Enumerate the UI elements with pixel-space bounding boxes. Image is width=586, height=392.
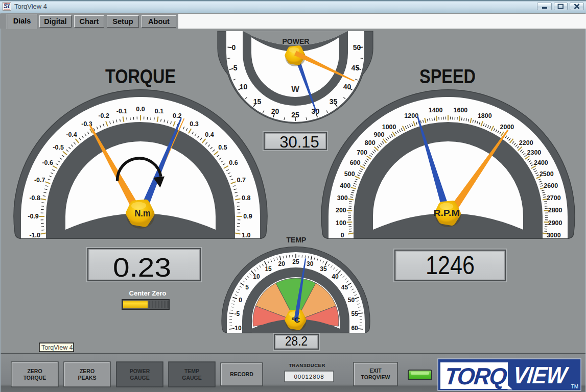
svg-text:Center Zero: Center Zero [129,289,167,297]
svg-text:15: 15 [265,265,272,273]
svg-text:ZERO: ZERO [80,368,95,374]
svg-text:2500: 2500 [540,170,554,178]
svg-text:0: 0 [341,232,344,239]
svg-text:45: 45 [341,284,348,291]
svg-text:2600: 2600 [544,182,558,189]
svg-text:400: 400 [340,182,350,189]
svg-text:20: 20 [278,260,286,267]
svg-text:5: 5 [245,284,249,291]
svg-text:-5: -5 [234,310,240,317]
svg-text:5: 5 [233,64,238,72]
svg-text:-0.5: -0.5 [53,144,64,151]
svg-text:0.7: 0.7 [237,177,246,184]
svg-text:0.1: 0.1 [155,108,163,115]
svg-text:-1.0: -1.0 [29,232,40,239]
svg-text:EXIT: EXIT [369,368,382,374]
svg-text:0.2: 0.2 [173,112,181,119]
svg-text:SPEED: SPEED [419,65,476,87]
svg-text:10: 10 [240,83,248,91]
svg-text:35: 35 [330,97,338,106]
svg-text:800: 800 [365,139,376,146]
svg-text:100: 100 [336,219,346,227]
svg-text:2300: 2300 [527,149,541,156]
svg-text:-10: -10 [232,325,242,332]
svg-text:25: 25 [291,111,299,119]
svg-text:1400: 1400 [429,107,443,114]
svg-text:TEMP: TEMP [184,368,199,374]
svg-text:TORQVIEW: TORQVIEW [361,374,390,380]
svg-text:0.8: 0.8 [242,194,250,202]
svg-text:30.15: 30.15 [279,133,319,151]
svg-text:0: 0 [239,297,242,304]
svg-text:0.6: 0.6 [229,159,238,166]
svg-text:0.3: 0.3 [190,120,198,128]
svg-text:1800: 1800 [478,112,492,119]
svg-text:TM: TM [571,384,578,389]
svg-text:28.2: 28.2 [285,334,308,348]
svg-text:2700: 2700 [547,194,561,202]
svg-text:1.0: 1.0 [242,232,250,239]
svg-text:2000: 2000 [500,124,514,131]
svg-text:GAUGE: GAUGE [182,375,202,381]
svg-text:0.0: 0.0 [136,106,145,113]
svg-text:POWER: POWER [130,368,150,374]
svg-text:VIEW: VIEW [512,362,570,388]
svg-text:TORQ: TORQ [443,363,509,389]
svg-text:900: 900 [374,131,385,138]
svg-text:50: 50 [348,297,355,304]
svg-text:00012808: 00012808 [294,374,324,380]
svg-text:15: 15 [253,97,262,106]
svg-text:-0.2: -0.2 [98,112,109,119]
svg-text:-0.1: -0.1 [116,108,128,115]
svg-text:1246: 1246 [426,251,475,280]
svg-text:3000: 3000 [547,232,561,239]
svg-text:20: 20 [271,107,279,115]
svg-text:500: 500 [344,170,355,178]
svg-text:TORQUE: TORQUE [105,65,176,87]
svg-text:60: 60 [351,325,358,332]
svg-text:25: 25 [292,258,299,265]
svg-text:2900: 2900 [548,219,562,227]
svg-text:10: 10 [253,273,260,280]
svg-text:30: 30 [307,260,314,267]
svg-text:TorqView 4: TorqView 4 [41,344,73,351]
svg-text:2200: 2200 [519,139,533,146]
svg-text:35: 35 [320,265,327,273]
svg-text:PEAKS: PEAKS [78,375,96,381]
svg-text:-0.9: -0.9 [28,213,39,220]
svg-text:GAUGE: GAUGE [130,375,150,381]
svg-text:ZERO: ZERO [27,368,42,374]
svg-text:-0.4: -0.4 [66,131,77,138]
svg-text:ºC: ºC [292,315,300,324]
svg-text:2800: 2800 [548,207,562,214]
svg-text:50: 50 [353,43,361,52]
svg-text:45: 45 [351,64,360,72]
svg-text:TEMP: TEMP [287,236,307,244]
svg-text:RECORD: RECORD [230,371,253,377]
svg-text:2400: 2400 [534,159,548,166]
svg-text:200: 200 [336,207,346,214]
svg-text:-0.8: -0.8 [29,194,40,202]
svg-text:300: 300 [337,194,348,202]
svg-text:0.23: 0.23 [113,253,171,282]
svg-text:TORQUE: TORQUE [24,375,46,381]
svg-text:N.m: N.m [135,208,151,218]
svg-text:TRANSDUCER: TRANSDUCER [289,362,325,368]
svg-text:-0.7: -0.7 [34,177,45,184]
svg-text:40: 40 [332,273,339,280]
svg-text:1600: 1600 [453,107,467,114]
svg-text:0.5: 0.5 [218,144,227,151]
svg-text:1200: 1200 [404,112,418,119]
svg-text:0.9: 0.9 [243,213,252,220]
svg-text:600: 600 [350,159,361,166]
svg-text:R.P.M: R.P.M [434,208,460,218]
svg-text:1000: 1000 [382,124,396,131]
svg-text:0.4: 0.4 [205,131,214,138]
svg-text:W: W [291,84,300,94]
svg-text:40: 40 [343,83,351,91]
svg-text:-0.6: -0.6 [42,159,53,166]
svg-text:POWER: POWER [283,37,310,45]
svg-text:700: 700 [357,149,367,156]
svg-text:0: 0 [232,43,236,52]
svg-text:55: 55 [351,310,359,317]
